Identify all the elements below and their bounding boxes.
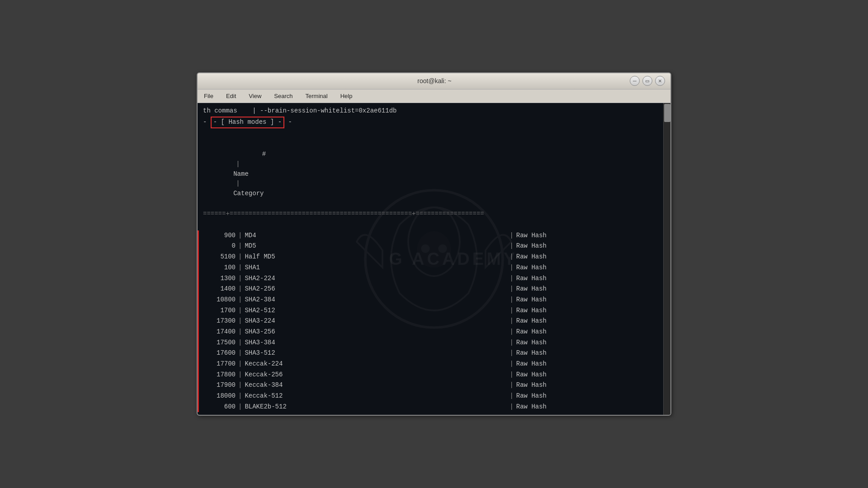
row-name: Keccak-512 xyxy=(245,391,507,401)
minimize-button[interactable]: — xyxy=(630,76,640,86)
pipe-left: | xyxy=(238,264,242,271)
row-num: 10800 xyxy=(203,295,236,305)
row-name: SHA3-512 xyxy=(245,348,507,358)
pipe-left: | xyxy=(238,381,242,389)
table-row: 100|SHA1|Raw Hash xyxy=(198,263,670,273)
row-category: Raw Hash xyxy=(516,232,547,239)
minimize-icon: — xyxy=(633,78,637,84)
pipe-left: | xyxy=(238,285,242,292)
pipe-left: | xyxy=(238,275,242,282)
pipe-right: | xyxy=(509,339,513,346)
row-name: SHA2-512 xyxy=(245,306,507,316)
menu-terminal[interactable]: Terminal xyxy=(303,92,330,100)
pipe-right: | xyxy=(509,242,513,249)
table-row: 17500|SHA3-384|Raw Hash xyxy=(198,338,670,348)
table-row: 17900|Keccak-384|Raw Hash xyxy=(198,380,670,391)
hash-modes-header-line: - - [ Hash modes ] - - xyxy=(198,116,670,129)
scrollbar[interactable] xyxy=(663,103,670,415)
scrollbar-thumb[interactable] xyxy=(664,104,670,122)
pipe-right: | xyxy=(509,381,513,389)
table-row: 18000|Keccak-512|Raw Hash xyxy=(198,391,670,402)
table-row: 1700|SHA2-512|Raw Hash xyxy=(198,305,670,316)
pipe-left: | xyxy=(238,392,242,399)
col-name: Name xyxy=(233,169,495,179)
row-name: MD4 xyxy=(245,231,507,241)
row-name: SHA3-224 xyxy=(245,316,507,326)
close-button[interactable]: ✕ xyxy=(655,76,665,86)
pipe-left: | xyxy=(238,242,242,249)
row-category: Raw Hash xyxy=(516,403,547,410)
window-title: root@kali: ~ xyxy=(239,77,630,84)
row-category: Raw Hash xyxy=(516,339,547,346)
pipe-left: | xyxy=(238,232,242,239)
row-name: SHA2-384 xyxy=(245,295,507,305)
pipe-left: | xyxy=(238,339,242,346)
menu-file[interactable]: File xyxy=(201,92,216,100)
row-category: Raw Hash xyxy=(516,360,547,367)
menu-view[interactable]: View xyxy=(246,92,264,100)
spacer-line-1 xyxy=(198,129,670,140)
menu-search[interactable]: Search xyxy=(271,92,295,100)
pipe-right: | xyxy=(509,392,513,399)
row-num: 17900 xyxy=(203,380,236,390)
pipe-right: | xyxy=(509,360,513,367)
table-row: 600|BLAKE2b-512|Raw Hash xyxy=(198,402,670,413)
row-category: Raw Hash xyxy=(516,381,547,389)
row-category: Raw Hash xyxy=(516,285,547,292)
pipe-left: | xyxy=(238,360,242,367)
row-num: 17500 xyxy=(203,338,236,348)
pipe-left: | xyxy=(238,403,242,410)
row-category: Raw Hash xyxy=(516,264,547,271)
row-num: 900 xyxy=(203,231,236,241)
pipe-right: | xyxy=(509,253,513,260)
window-controls: — ▭ ✕ xyxy=(630,76,665,86)
pipe-left: | xyxy=(238,371,242,378)
row-name: Half MD5 xyxy=(245,252,507,262)
row-name: MD5 xyxy=(245,241,507,251)
menu-edit[interactable]: Edit xyxy=(223,92,239,100)
row-name: Keccak-384 xyxy=(245,380,507,390)
hash-modes-box: - [ Hash modes ] - xyxy=(211,117,284,128)
table-row: 17600|SHA3-512|Raw Hash xyxy=(198,348,670,359)
table-row: 1300|SHA2-224|Raw Hash xyxy=(198,273,670,284)
pipe-right: | xyxy=(509,328,513,335)
pipe-1: | xyxy=(236,160,240,168)
pipe-right: | xyxy=(509,264,513,271)
maximize-button[interactable]: ▭ xyxy=(642,76,652,86)
table-row: 1400|SHA2-256|Raw Hash xyxy=(198,284,670,295)
row-num: 100 xyxy=(203,263,236,273)
maximize-icon: ▭ xyxy=(646,77,649,84)
row-category: Raw Hash xyxy=(516,275,547,282)
row-category: Raw Hash xyxy=(516,371,547,378)
table-row: 0|MD5|Raw Hash xyxy=(198,241,670,252)
pipe-left: | xyxy=(238,307,242,314)
menu-help[interactable]: Help xyxy=(338,92,355,100)
col-num: # xyxy=(233,150,266,160)
row-name: BLAKE2b-512 xyxy=(245,402,507,412)
table-row: 17800|Keccak-256|Raw Hash xyxy=(198,370,670,380)
table-row: 17700|Keccak-224|Raw Hash xyxy=(198,359,670,370)
row-num: 1300 xyxy=(203,274,236,284)
table-row: 900|MD4|Raw Hash xyxy=(198,230,670,241)
divider-row: ======+=================================… xyxy=(198,209,670,220)
row-name: Keccak-224 xyxy=(245,359,507,369)
close-icon: ✕ xyxy=(658,77,662,84)
pipe-right: | xyxy=(509,275,513,282)
col-category: Category xyxy=(233,190,264,197)
table-row: 10800|SHA2-384|Raw Hash xyxy=(198,295,670,305)
terminal-content: th commas | --brain-session-whitelist=0x… xyxy=(198,103,670,415)
pipe-right: | xyxy=(509,307,513,314)
table-row: 17300|SHA3-224|Raw Hash xyxy=(198,316,670,327)
row-category: Raw Hash xyxy=(516,307,547,314)
terminal-body[interactable]: G ACADEMY th commas | --brain-session-wh… xyxy=(198,103,670,415)
row-category: Raw Hash xyxy=(516,242,547,249)
table-rows: 900|MD4|Raw Hash0|MD5|Raw Hash5100|Half … xyxy=(198,230,670,413)
pipe-right: | xyxy=(509,285,513,292)
menubar: File Edit View Search Terminal Help xyxy=(198,89,670,103)
row-num: 0 xyxy=(203,241,236,251)
row-name: SHA1 xyxy=(245,263,507,273)
pipe-left: | xyxy=(238,296,242,303)
row-category: Raw Hash xyxy=(516,328,547,335)
row-num: 17700 xyxy=(203,359,236,369)
row-num: 600 xyxy=(203,402,236,412)
